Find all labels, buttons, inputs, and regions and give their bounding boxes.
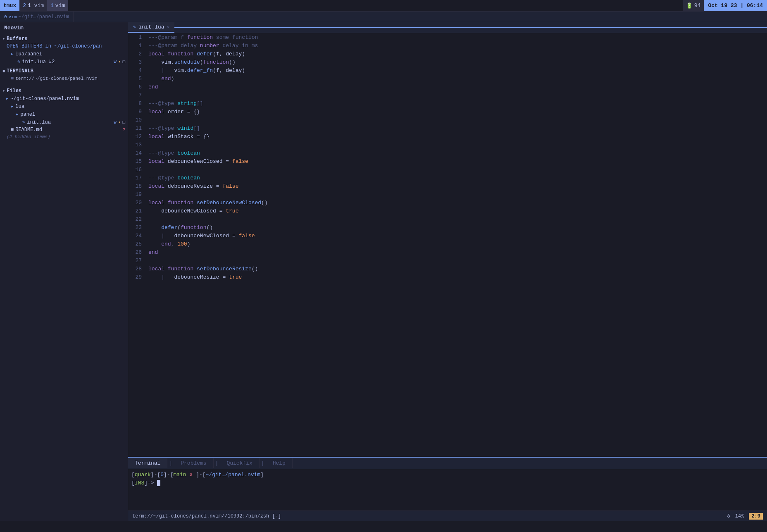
table-row: 8 ---@type string[]	[128, 99, 767, 107]
line-number: 27	[128, 256, 147, 265]
readme-name: README.md	[15, 127, 42, 133]
tmux-prefix: tmux	[0, 0, 19, 11]
code-scroll[interactable]: 1 ---@param f function some function 1 -…	[128, 33, 767, 457]
arrow-down-icon: ▾	[2, 36, 5, 41]
sidebar-item-lua-panel[interactable]: ▸ lua/panel	[0, 50, 128, 58]
line-content	[147, 91, 767, 99]
sidebar-buffers-header[interactable]: ▾ Buffers	[0, 35, 128, 43]
sidebar-item-repo-root[interactable]: ▸ ~/git-clones/panel.nvim	[0, 95, 128, 103]
open-buffers-label: OPEN BUFFERS in ~/git-clones/pan	[0, 43, 128, 50]
table-row: 23 defer(function()	[128, 223, 767, 231]
sidebar-section-buffers: ▾ Buffers OPEN BUFFERS in ~/git-clones/p…	[0, 35, 128, 66]
tab-fill	[174, 27, 767, 28]
tmux-status-right: 🔋 94 Oct 19 23 | 06:14	[683, 0, 767, 11]
lua-dir-name: lua	[15, 104, 24, 110]
sidebar-item-init-lua[interactable]: ✎ init.lua #2 W • □	[0, 58, 128, 66]
status-right: δ 14% 2:9	[727, 513, 763, 520]
line-number: 19	[128, 190, 147, 198]
sidebar-title: Neovim	[0, 22, 128, 33]
bottom-panel: Terminal | Problems | Quickfix | Help [q…	[128, 457, 767, 511]
sidebar-item-readme[interactable]: ■ README.md ?	[0, 126, 128, 134]
line-content	[147, 165, 767, 174]
buffers-label: Buffers	[7, 36, 27, 42]
file-modified-icon: ✎	[17, 59, 20, 65]
sidebar-item-lua-dir[interactable]: ▸ lua	[0, 103, 128, 110]
panel-tab-problems[interactable]: Problems	[174, 458, 213, 468]
line-number: 24	[128, 231, 147, 240]
line-number: 1	[128, 41, 147, 50]
files-arrow-icon: ▾	[2, 88, 5, 93]
line-content: ---@type string[]	[147, 99, 767, 107]
file-icon: ✎	[22, 119, 25, 125]
line-number: 6	[128, 83, 147, 91]
arrow-right-icon: ■	[2, 69, 5, 74]
tmux-win-name-active: vim	[55, 2, 65, 9]
panel-tab-quickfix[interactable]: Quickfix	[220, 458, 259, 468]
table-row: 4 | vim.defer_fn(f, delay)	[128, 66, 767, 74]
sidebar-files-header[interactable]: ▾ Files	[0, 87, 128, 95]
line-content: ---@param delay number delay in ms	[147, 41, 767, 50]
table-row: 12 local winStack = {}	[128, 132, 767, 141]
line-number: 8	[128, 99, 147, 107]
panel-tab-help[interactable]: Help	[266, 458, 293, 468]
readme-file-icon: ■	[11, 127, 14, 133]
table-row: 7	[128, 91, 767, 99]
vim-tab-0[interactable]: 0 vim ~/git…/panel.nvim	[0, 12, 74, 22]
terminal-cursor	[157, 480, 160, 486]
badge-square: □	[122, 60, 125, 64]
table-row: 1 ---@param f function some function	[128, 33, 767, 41]
close-icon[interactable]: ✕	[167, 24, 170, 30]
panel-tabs: Terminal | Problems | Quickfix | Help	[128, 458, 767, 469]
tmux-window-2[interactable]: 2 1 vim	[19, 0, 47, 11]
table-row: 24 | debounceNewClosed = false	[128, 231, 767, 240]
init-lua-file-badges: W • □	[114, 120, 125, 125]
line-number: 15	[128, 157, 147, 165]
panel-tab-terminal[interactable]: Terminal	[128, 458, 167, 468]
line-number: 5	[128, 74, 147, 83]
folder-icon: ▸	[11, 103, 14, 110]
table-row: 20 local function setDebounceNewClosed()	[128, 198, 767, 207]
line-number: 25	[128, 240, 147, 248]
line-content: local function defer(f, delay)	[147, 50, 767, 58]
line-number: 20	[128, 198, 147, 207]
table-row: 29 | debounceResize = true	[128, 273, 767, 281]
line-number: 26	[128, 248, 147, 256]
line-content: local winStack = {}	[147, 132, 767, 141]
line-content: vim.schedule(function()	[147, 58, 767, 66]
init-lua-badges: W • □	[114, 60, 125, 64]
line-number: 4	[128, 66, 147, 74]
line-content: | vim.defer_fn(f, delay)	[147, 66, 767, 74]
sidebar-item-init-lua-file[interactable]: ✎ init.lua W • □	[0, 118, 128, 126]
sidebar-item-terminal[interactable]: ■ term://~/git-clones/panel.nvim	[0, 75, 128, 82]
tmux-datetime: Oct 19 23 | 06:14	[704, 0, 767, 11]
badge-w: W	[114, 60, 117, 64]
status-bar: term://~/git-clones/panel.nvim//10992:/b…	[128, 511, 767, 521]
sidebar-item-panel-dir[interactable]: ▸ panel	[0, 110, 128, 118]
line-content: end)	[147, 74, 767, 83]
sidebar-divider	[0, 82, 128, 86]
tmux-window-1-active[interactable]: 1 vim	[47, 0, 68, 11]
line-content	[147, 256, 767, 265]
sidebar-section-terminals: ■ TERMINALS ■ term://~/git-clones/panel.…	[0, 67, 128, 82]
table-row: 27	[128, 256, 767, 265]
line-number: 13	[128, 141, 147, 149]
editor-file-tab-active[interactable]: ✎ init.lua ✕	[128, 22, 174, 33]
table-row: 22	[128, 215, 767, 223]
line-content: end	[147, 83, 767, 91]
panel-sep-2: |	[214, 460, 220, 466]
line-number: 9	[128, 107, 147, 116]
line-content: local function setDebounceResize()	[147, 265, 767, 273]
badge-square-file: □	[122, 120, 125, 125]
line-number: 29	[128, 273, 147, 281]
line-number: 2	[128, 50, 147, 58]
tmux-win-name: 1 vim	[28, 2, 44, 9]
line-number: 12	[128, 132, 147, 141]
editor-file-tab-bar: ✎ init.lua ✕	[128, 22, 767, 33]
line-content: | debounceNewClosed = false	[147, 231, 767, 240]
badge-dot-file: •	[118, 120, 121, 125]
sidebar-terminals-header[interactable]: ■ TERMINALS	[0, 67, 128, 75]
line-content: ---@param f function some function	[147, 33, 767, 41]
line-content: end, 100)	[147, 240, 767, 248]
line-content: ---@type boolean	[147, 149, 767, 157]
sidebar-hidden-items: (2 hidden items)	[0, 134, 128, 140]
